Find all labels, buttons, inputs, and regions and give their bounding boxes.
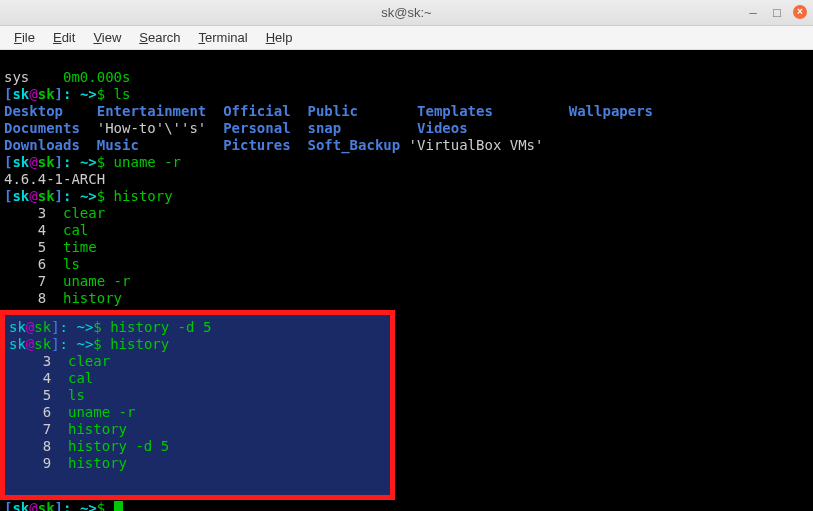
minimize-button[interactable]: – <box>745 4 761 20</box>
sys-label: sys <box>4 69 29 85</box>
history-num: 6 <box>9 404 68 420</box>
prompt-path: : ~> <box>60 336 94 352</box>
prompt-symbol: $ <box>93 336 110 352</box>
ls-item: Downloads <box>4 137 97 153</box>
ls-item: Entertainment <box>97 103 223 119</box>
history-cmd: ls <box>68 387 85 403</box>
prompt-symbol: $ <box>97 500 114 511</box>
history-cmd: time <box>63 239 97 255</box>
prompt-symbol: $ <box>97 154 114 170</box>
maximize-button[interactable]: □ <box>769 4 785 20</box>
history-cmd: history <box>68 421 127 437</box>
cmd-history: history <box>110 336 169 352</box>
prompt-at: @ <box>29 154 37 170</box>
prompt-user: sk <box>12 188 29 204</box>
ls-item: Wallpapers <box>569 103 653 119</box>
history-num: 7 <box>9 421 68 437</box>
ls-item: 'How-to'\''s' <box>97 120 207 136</box>
history-num: 7 <box>4 273 63 289</box>
prompt-symbol: $ <box>97 86 114 102</box>
history-cmd: uname -r <box>68 404 135 420</box>
cursor-icon <box>114 501 123 511</box>
window-controls: – □ × <box>745 4 807 20</box>
menu-file[interactable]: File <box>6 28 43 47</box>
prompt-bracket-close: ] <box>51 319 59 335</box>
history-num: 3 <box>9 353 68 369</box>
prompt-at: @ <box>29 500 37 511</box>
prompt-host: sk <box>38 188 55 204</box>
prompt-path: : ~> <box>63 154 97 170</box>
highlight-box: sk@sk]: ~>$ history -d 5 sk@sk]: ~>$ his… <box>0 310 395 500</box>
terminal-output[interactable]: sys 0m0.000s [sk@sk]: ~>$ ls Desktop Ent… <box>0 50 813 511</box>
prompt-host: sk <box>38 86 55 102</box>
history-num: 5 <box>4 239 63 255</box>
ls-item: Pictures <box>223 137 307 153</box>
ls-item: Official <box>223 103 307 119</box>
prompt-bracket-close: ] <box>51 336 59 352</box>
history-num: 3 <box>4 205 63 221</box>
ls-item: Documents <box>4 120 97 136</box>
prompt-host: sk <box>34 319 51 335</box>
history-cmd: uname -r <box>63 273 130 289</box>
history-num: 6 <box>4 256 63 272</box>
history-num: 9 <box>9 455 68 471</box>
cmd-ls: ls <box>114 86 131 102</box>
ls-item: Personal <box>206 120 307 136</box>
prompt-at: @ <box>29 188 37 204</box>
history-num: 5 <box>9 387 68 403</box>
ls-item: Music <box>97 137 223 153</box>
prompt-bracket-close: ] <box>55 188 63 204</box>
prompt-at: @ <box>29 86 37 102</box>
prompt-user: sk <box>12 86 29 102</box>
prompt-path: : ~> <box>63 500 97 511</box>
prompt-bracket-close: ] <box>55 154 63 170</box>
window-title: sk@sk:~ <box>381 5 431 20</box>
close-button[interactable]: × <box>793 5 807 19</box>
uname-output: 4.6.4-1-ARCH <box>4 171 105 187</box>
ls-item: snap <box>307 120 341 136</box>
prompt-host: sk <box>34 336 51 352</box>
history-num: 4 <box>4 222 63 238</box>
ls-item: Desktop <box>4 103 97 119</box>
ls-item: Public <box>307 103 417 119</box>
history-cmd: clear <box>68 353 110 369</box>
prompt-host: sk <box>38 154 55 170</box>
prompt-user: sk <box>12 154 29 170</box>
prompt-user: sk <box>9 319 26 335</box>
history-cmd: history <box>63 290 122 306</box>
prompt-user: sk <box>12 500 29 511</box>
prompt-bracket-close: ] <box>55 500 63 511</box>
menu-help[interactable]: Help <box>258 28 301 47</box>
ls-item: Videos <box>341 120 467 136</box>
history-cmd: ls <box>63 256 80 272</box>
menu-bar: File Edit View Search Terminal Help <box>0 26 813 50</box>
prompt-user: sk <box>9 336 26 352</box>
history-cmd: clear <box>63 205 105 221</box>
history-cmd: cal <box>68 370 93 386</box>
ls-item: Templates <box>417 103 569 119</box>
terminal-window: sk@sk:~ – □ × File Edit View Search Term… <box>0 0 813 511</box>
ls-item: Soft_Backup <box>307 137 400 153</box>
menu-terminal[interactable]: Terminal <box>191 28 256 47</box>
history-cmd: history -d 5 <box>68 438 169 454</box>
menu-edit[interactable]: Edit <box>45 28 83 47</box>
prompt-symbol: $ <box>93 319 110 335</box>
prompt-path: : ~> <box>60 319 94 335</box>
cmd-uname: uname -r <box>114 154 181 170</box>
history-num: 8 <box>9 438 68 454</box>
ls-item: 'VirtualBox VMs' <box>400 137 543 153</box>
history-num: 4 <box>9 370 68 386</box>
menu-search[interactable]: Search <box>131 28 188 47</box>
current-prompt: [sk@sk]: ~>$ <box>4 500 123 511</box>
prompt-path: : ~> <box>63 188 97 204</box>
cmd-history: history <box>114 188 173 204</box>
prompt-path: : ~> <box>63 86 97 102</box>
menu-view[interactable]: View <box>85 28 129 47</box>
title-bar[interactable]: sk@sk:~ – □ × <box>0 0 813 26</box>
cmd-history-d: history -d 5 <box>110 319 211 335</box>
prompt-host: sk <box>38 500 55 511</box>
prompt-bracket-close: ] <box>55 86 63 102</box>
sys-time: 0m0.000s <box>63 69 130 85</box>
history-cmd: cal <box>63 222 88 238</box>
history-num: 8 <box>4 290 63 306</box>
